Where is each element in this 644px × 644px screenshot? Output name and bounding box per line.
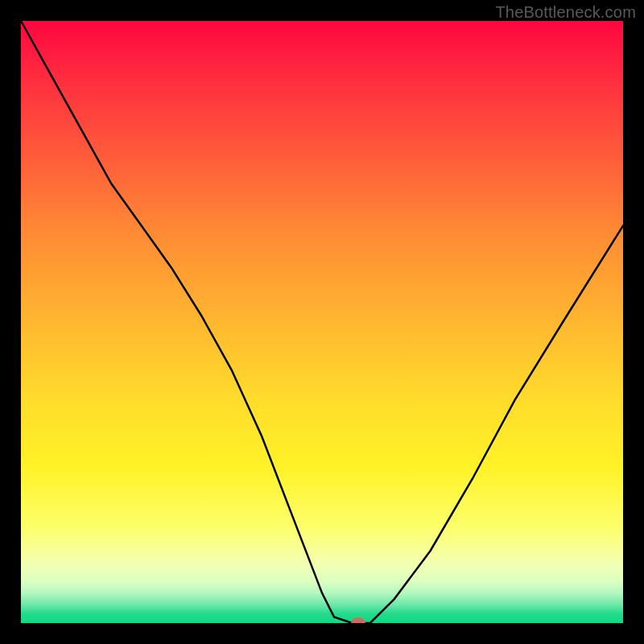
optimal-point-marker [351, 617, 365, 623]
chart-frame: TheBottleneck.com [0, 0, 644, 644]
watermark-text: TheBottleneck.com [495, 3, 636, 22]
bottleneck-curve [21, 21, 623, 623]
plot-area [21, 21, 623, 623]
